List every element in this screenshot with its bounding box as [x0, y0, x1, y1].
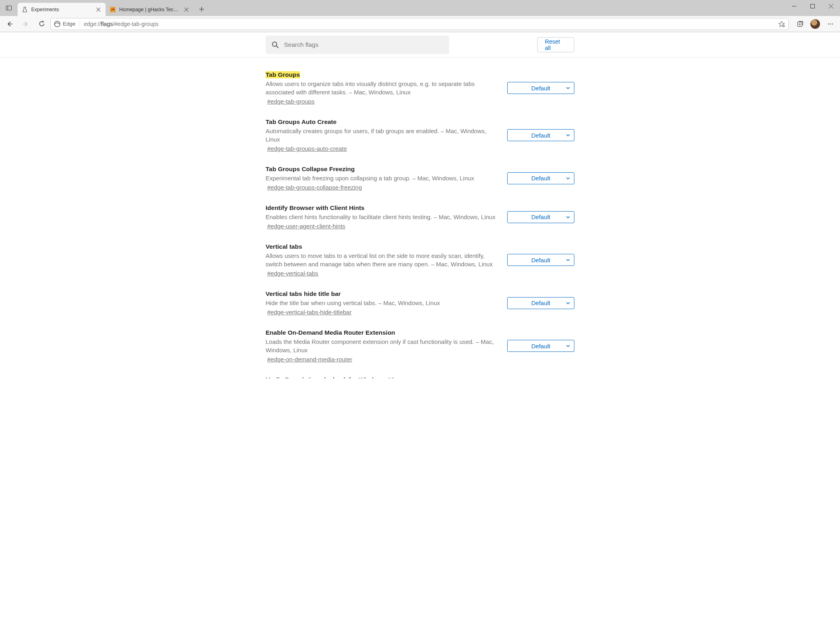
flag-item: Identify Browser with Client HintsEnable… — [266, 198, 574, 237]
flag-text: Tab Groups Auto CreateAutomatically crea… — [266, 118, 496, 152]
svg-point-15 — [54, 21, 60, 27]
flag-text: Media Foundation playback for Windows 10 — [266, 376, 574, 378]
flag-title: Enable On-Demand Media Router Extension — [266, 329, 395, 336]
svg-point-23 — [830, 23, 831, 24]
url-text: edge://flags/#edge-tab-groups — [84, 21, 159, 27]
flag-anchor-link[interactable]: #edge-tab-groups — [267, 98, 314, 105]
collections-icon — [796, 20, 804, 28]
flask-favicon-icon — [22, 6, 28, 13]
window-controls — [785, 0, 840, 16]
close-icon — [829, 4, 833, 8]
maximize-icon — [810, 4, 815, 8]
content-area[interactable]: Reset all Tab GroupsAllows users to orga… — [0, 32, 840, 378]
reset-all-label: Reset all — [545, 38, 567, 51]
search-flags-box[interactable] — [266, 36, 449, 54]
flag-text: Identify Browser with Client HintsEnable… — [266, 204, 496, 230]
tab-close-button[interactable] — [183, 6, 190, 13]
flag-anchor-link[interactable]: #edge-user-agent-client-hints — [267, 223, 345, 230]
chevron-down-icon — [566, 134, 570, 136]
flag-title: Vertical tabs — [266, 243, 302, 250]
menu-button[interactable] — [823, 18, 838, 30]
new-tab-button[interactable] — [195, 3, 208, 16]
toolbar-right — [793, 18, 838, 30]
tab-actions-button[interactable] — [0, 0, 18, 16]
browser-tab[interactable]: Homepage | gHacks Technology — [106, 3, 194, 16]
flag-select[interactable]: Default — [507, 82, 574, 94]
refresh-button[interactable] — [34, 18, 49, 30]
chevron-down-icon — [566, 177, 570, 180]
reset-all-button[interactable]: Reset all — [537, 37, 574, 52]
flag-select[interactable]: Default — [507, 172, 574, 184]
address-bar[interactable]: Edge edge://flags/#edge-tab-groups — [50, 18, 789, 30]
favorite-star-icon[interactable] — [778, 20, 785, 28]
maximize-button[interactable] — [803, 0, 822, 12]
collections-button[interactable] — [793, 18, 807, 30]
flag-title: Media Foundation playback for Windows 10 — [266, 376, 394, 378]
chevron-down-icon — [566, 345, 570, 347]
browser-tab[interactable]: Experiments — [18, 3, 106, 16]
site-identity[interactable]: Edge — [54, 21, 80, 27]
flag-description: Loads the Media Router component extensi… — [266, 337, 496, 354]
flag-anchor: #edge-vertical-tabs-hide-titlebar — [266, 308, 496, 315]
profile-button[interactable] — [808, 18, 822, 30]
refresh-icon — [38, 20, 45, 27]
flag-anchor-link[interactable]: #edge-vertical-tabs-hide-titlebar — [267, 309, 352, 315]
flag-anchor-link[interactable]: #edge-tab-groups-auto-create — [267, 145, 347, 152]
flag-select-value: Default — [531, 85, 550, 92]
url-scheme: edge:// — [84, 21, 101, 27]
chevron-down-icon — [566, 259, 570, 261]
back-button[interactable] — [2, 18, 17, 30]
url-path: flags — [101, 21, 113, 27]
flag-item: Tab Groups Collapse FreezingExperimental… — [266, 159, 574, 198]
flag-description: Allows users to organize tabs into visua… — [266, 80, 496, 96]
flag-text: Vertical tabs hide title barHide the tit… — [266, 290, 496, 315]
flag-anchor: #edge-on-demand-media-router — [266, 355, 496, 363]
flag-select[interactable]: Default — [507, 297, 574, 309]
flag-anchor: #edge-vertical-tabs — [266, 269, 496, 277]
flags-list: Tab GroupsAllows users to organize tabs … — [266, 65, 574, 378]
flag-item: Media Foundation playback for Windows 10 — [266, 370, 574, 378]
tab-title: Experiments — [31, 7, 92, 12]
tab-close-button[interactable] — [95, 6, 102, 13]
more-icon — [827, 20, 834, 28]
flag-select[interactable]: Default — [507, 129, 574, 141]
flag-select[interactable]: Default — [507, 211, 574, 223]
flag-select[interactable]: Default — [507, 340, 574, 352]
flag-anchor-link[interactable]: #edge-on-demand-media-router — [267, 356, 352, 363]
flag-description: Experimental tab freezing upon collapsin… — [266, 174, 496, 182]
flag-select[interactable]: Default — [507, 254, 574, 266]
flag-item: Vertical tabsAllows users to move tabs t… — [266, 237, 574, 284]
tabs-container: ExperimentsHomepage | gHacks Technology — [18, 0, 194, 16]
flag-text: Tab Groups Collapse FreezingExperimental… — [266, 166, 496, 191]
forward-button[interactable] — [18, 18, 33, 30]
flag-title: Tab Groups — [266, 71, 300, 78]
flag-select-value: Default — [531, 300, 550, 306]
svg-rect-10 — [810, 4, 814, 8]
svg-rect-0 — [6, 6, 12, 10]
avatar — [810, 19, 820, 29]
flag-description: Hide the title bar when using vertical t… — [266, 299, 496, 307]
svg-point-22 — [828, 23, 829, 24]
flag-item: Tab GroupsAllows users to organize tabs … — [266, 65, 574, 112]
flag-anchor: #edge-tab-groups-collapse-freezing — [266, 183, 496, 191]
ghacks-favicon-icon — [110, 6, 116, 13]
flag-text: Vertical tabsAllows users to move tabs t… — [266, 243, 496, 277]
minimize-button[interactable] — [785, 0, 803, 12]
close-icon — [184, 8, 188, 12]
flag-description: Automatically creates groups for users, … — [266, 127, 496, 144]
flag-select-value: Default — [531, 257, 550, 264]
back-arrow-icon — [6, 20, 13, 28]
flag-title: Identify Browser with Client Hints — [266, 204, 364, 212]
flag-anchor-link[interactable]: #edge-tab-groups-collapse-freezing — [267, 184, 362, 191]
chevron-down-icon — [566, 87, 570, 89]
edge-logo-icon — [54, 21, 60, 27]
svg-point-25 — [272, 42, 277, 46]
search-flags-input[interactable] — [284, 41, 444, 48]
flag-title: Tab Groups Collapse Freezing — [266, 166, 355, 173]
titlebar: ExperimentsHomepage | gHacks Technology — [0, 0, 840, 16]
svg-line-26 — [276, 46, 278, 48]
flag-anchor: #edge-tab-groups-auto-create — [266, 144, 496, 152]
close-window-button[interactable] — [822, 0, 840, 12]
flag-anchor-link[interactable]: #edge-vertical-tabs — [267, 270, 318, 277]
tab-actions-icon — [6, 5, 12, 11]
